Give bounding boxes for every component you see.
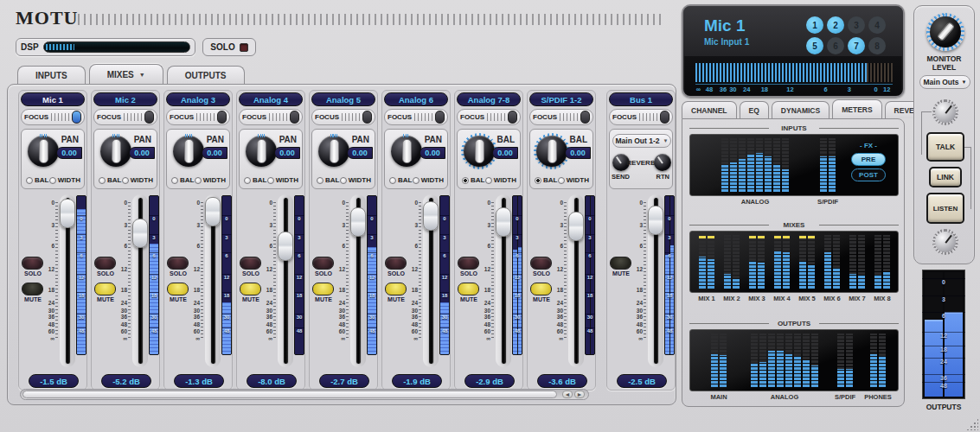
width-radio-icon[interactable] (485, 177, 492, 184)
width-radio-icon[interactable] (122, 177, 129, 184)
display-channel-button-2[interactable]: 2 (827, 16, 844, 34)
fader-handle[interactable] (648, 206, 663, 235)
pan-value[interactable]: 0.00 (129, 147, 155, 159)
channel-name-header[interactable]: S/PDIF 1-2 (529, 92, 593, 106)
fader-track[interactable] (205, 194, 221, 367)
mute-button[interactable] (167, 283, 189, 295)
fader-handle[interactable] (60, 199, 75, 228)
channel-name-header[interactable]: Bus 1 (609, 92, 673, 106)
fader-track[interactable] (496, 194, 511, 367)
fx-pre-button[interactable]: PRE (851, 153, 886, 166)
pan-value[interactable]: 0.00 (347, 147, 373, 159)
solo-button[interactable] (530, 257, 552, 270)
listen-button[interactable]: LISTEN (926, 193, 964, 224)
channel-name-header[interactable]: Analog 3 (166, 92, 230, 106)
solo-button[interactable] (94, 257, 116, 270)
focus-knob[interactable] (144, 111, 154, 124)
width-radio-icon[interactable] (340, 177, 347, 184)
focus-slider[interactable]: FOCUS (166, 109, 230, 125)
scroll-right-arrow-icon[interactable]: ► (574, 391, 585, 398)
bal-radio[interactable]: BAL (462, 176, 484, 184)
display-channel-button-7[interactable]: 7 (848, 37, 865, 54)
channel-name-header[interactable]: Analog 7-8 (457, 92, 521, 106)
bal-radio[interactable]: BAL (26, 176, 48, 184)
fader-handle[interactable] (205, 197, 221, 226)
pan-knob[interactable] (100, 136, 131, 167)
fader-handle[interactable] (496, 207, 511, 237)
bal-radio-icon[interactable] (535, 177, 541, 184)
mute-button[interactable] (385, 283, 407, 295)
resize-grip-icon[interactable] (966, 418, 978, 430)
width-radio[interactable]: WIDTH (485, 176, 516, 184)
listen-level-knob[interactable] (932, 229, 958, 255)
bal-radio-icon[interactable] (244, 177, 251, 184)
mute-button[interactable] (458, 283, 479, 295)
fader-handle[interactable] (350, 207, 366, 237)
fader-handle[interactable] (278, 232, 293, 261)
pan-value[interactable]: 0.00 (420, 147, 445, 159)
display-channel-button-3[interactable]: 3 (848, 16, 865, 34)
focus-slider[interactable]: FOCUS (529, 109, 593, 125)
channel-name-header[interactable]: Analog 4 (239, 92, 303, 106)
fader-handle[interactable] (568, 212, 584, 241)
mute-button[interactable] (94, 283, 116, 295)
pan-knob[interactable] (28, 136, 59, 167)
fader-track[interactable] (60, 194, 75, 367)
tab-outputs[interactable]: OUTPUTS (167, 66, 245, 85)
focus-slider[interactable]: FOCUS (93, 109, 157, 125)
width-radio[interactable]: WIDTH (340, 176, 371, 184)
fader-handle[interactable] (132, 219, 148, 248)
focus-slider[interactable]: FOCUS (21, 109, 85, 125)
monitor-level-knob[interactable] (926, 13, 964, 51)
link-button[interactable]: LINK (929, 167, 962, 187)
fader-track[interactable] (568, 194, 584, 367)
width-radio-icon[interactable] (195, 177, 202, 184)
pan-knob[interactable] (173, 136, 204, 167)
display-channel-button-6[interactable]: 6 (827, 37, 844, 54)
fx-post-button[interactable]: POST (851, 168, 886, 181)
channel-name-header[interactable]: Mic 2 (93, 92, 157, 106)
width-radio-icon[interactable] (413, 177, 420, 184)
width-radio[interactable]: WIDTH (413, 176, 444, 184)
fader-track[interactable] (423, 194, 439, 367)
width-radio[interactable]: WIDTH (49, 176, 80, 184)
pan-value[interactable]: 0.00 (492, 147, 518, 159)
width-radio[interactable]: WIDTH (558, 176, 589, 184)
focus-knob[interactable] (290, 111, 299, 124)
fader-track[interactable] (132, 194, 148, 367)
solo-button[interactable] (22, 257, 43, 270)
focus-knob[interactable] (435, 111, 445, 124)
bal-radio-icon[interactable] (26, 177, 33, 184)
bal-radio-icon[interactable] (389, 177, 396, 184)
focus-slider[interactable]: FOCUS (311, 109, 375, 125)
reverb-return-knob[interactable] (654, 154, 671, 171)
mute-button[interactable] (22, 283, 43, 295)
display-channel-button-5[interactable]: 5 (806, 37, 823, 54)
width-radio[interactable]: WIDTH (267, 176, 298, 184)
talkback-level-knob[interactable] (932, 99, 958, 125)
pan-value[interactable]: 0.00 (202, 147, 227, 159)
display-channel-button-8[interactable]: 8 (868, 37, 886, 54)
solo-button[interactable] (240, 257, 261, 270)
channel-name-header[interactable]: Analog 5 (311, 92, 375, 106)
pan-knob[interactable] (318, 136, 349, 167)
pan-value[interactable]: 0.00 (274, 147, 300, 159)
focus-knob[interactable] (217, 111, 227, 124)
bal-radio[interactable]: BAL (535, 176, 557, 184)
tab-meters[interactable]: METERS (832, 99, 881, 118)
display-channel-button-4[interactable]: 4 (868, 16, 886, 34)
bal-radio[interactable]: BAL (244, 176, 266, 184)
focus-slider[interactable]: FOCUS (239, 109, 303, 125)
bal-radio-icon[interactable] (317, 177, 323, 184)
bus-output-select[interactable]: Main Out 1-2▼ (612, 134, 671, 148)
width-radio[interactable]: WIDTH (122, 176, 153, 184)
tab-channel[interactable]: CHANNEL (682, 101, 737, 118)
pan-knob[interactable] (246, 136, 277, 167)
bal-radio[interactable]: BAL (99, 176, 121, 184)
horizontal-scrollbar[interactable]: ◄ ► (20, 389, 589, 400)
focus-knob[interactable] (362, 111, 372, 124)
focus-knob[interactable] (72, 111, 81, 124)
channel-name-header[interactable]: Analog 6 (384, 92, 448, 106)
width-radio-icon[interactable] (267, 177, 274, 184)
fader-track[interactable] (648, 194, 663, 367)
